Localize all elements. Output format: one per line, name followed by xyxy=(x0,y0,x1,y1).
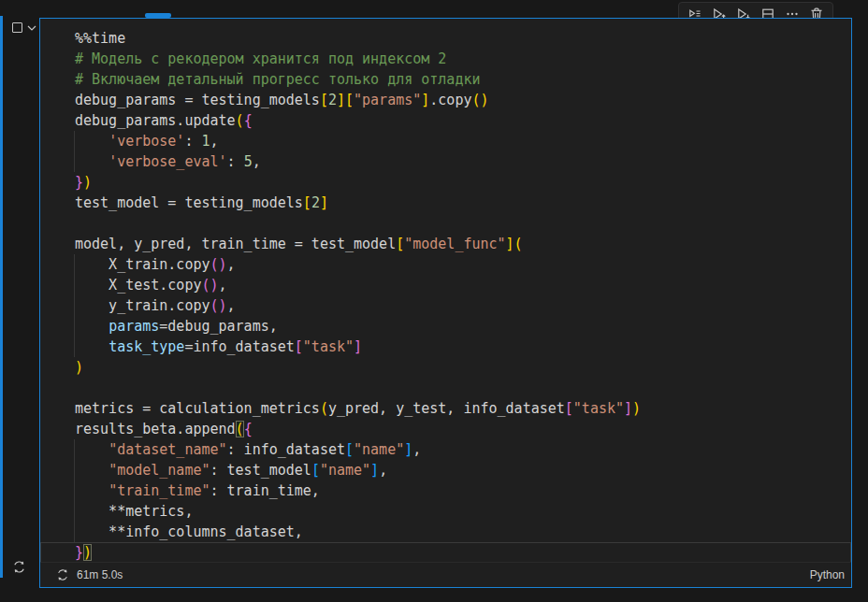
code-line[interactable]: test_model = testing_models[2] xyxy=(40,193,851,213)
code-line[interactable] xyxy=(40,378,851,398)
indent-guide xyxy=(74,460,75,480)
code-token: ) xyxy=(75,359,83,376)
code-token: [ xyxy=(565,400,573,417)
indent-guide xyxy=(74,522,75,542)
code-token: 5 xyxy=(244,153,253,170)
code-token: [ xyxy=(311,462,320,479)
code-token: X_train.copy xyxy=(75,256,210,273)
code-token: ) xyxy=(481,92,489,108)
code-token: .copy xyxy=(429,92,471,108)
code-token xyxy=(75,462,108,479)
indent-guide xyxy=(74,275,75,295)
code-token: , xyxy=(227,297,236,314)
code-token: metrics = calculation_metrics xyxy=(75,400,320,417)
code-token: 'verbose' xyxy=(108,133,184,150)
code-line[interactable]: model, y_pred, train_time = test_model["… xyxy=(40,234,851,254)
code-token: [ xyxy=(345,92,354,108)
code-line[interactable]: debug_params.update({ xyxy=(40,110,851,131)
code-line[interactable]: task_type=info_dataset["task"] xyxy=(40,337,851,357)
code-token: ( xyxy=(210,297,219,314)
code-line[interactable]: X_test.copy(), xyxy=(40,275,851,295)
indent-guide xyxy=(74,439,75,460)
code-token: ( xyxy=(236,421,244,437)
code-token: %%time xyxy=(75,30,125,47)
indent-guide xyxy=(74,295,75,316)
code-line[interactable]: X_train.copy(), xyxy=(40,254,851,275)
code-line[interactable]: "model_name": test_model["name"], xyxy=(40,460,851,480)
code-token xyxy=(75,318,108,335)
execution-time: 61m 5.0s xyxy=(77,568,123,581)
code-token: params xyxy=(108,318,159,335)
code-token: , xyxy=(412,441,421,458)
code-token: results_beta.append xyxy=(75,421,236,437)
code-line[interactable]: results_beta.append({ xyxy=(40,419,851,439)
code-line[interactable]: **info_columns_dataset, xyxy=(40,522,851,542)
code-line[interactable]: # Включаем детальный прогресс только для… xyxy=(40,69,851,90)
cell-editor[interactable]: %%time# Модель с рекодером хранится под … xyxy=(39,18,852,588)
code-line[interactable] xyxy=(40,213,851,234)
code-token: model, y_pred, train_time = test_model xyxy=(75,236,396,252)
code-token: ) xyxy=(632,400,641,417)
code-line[interactable]: "dataset_name": info_dataset["name"], xyxy=(40,439,851,460)
code-token: # Модель с рекодером хранится под индекс… xyxy=(75,50,446,67)
code-line[interactable]: }) xyxy=(40,542,851,563)
code-token: 1 xyxy=(201,133,210,150)
code-token: ) xyxy=(210,277,219,294)
code-token: "model_name" xyxy=(108,462,210,479)
code-token: **info_columns_dataset, xyxy=(75,523,303,540)
code-token: 2 xyxy=(311,194,320,211)
code-token: [ xyxy=(320,92,328,108)
code-token: ] xyxy=(354,338,362,355)
code-token: [ xyxy=(295,338,303,355)
code-line[interactable]: debug_params = testing_models[2]["params… xyxy=(40,90,851,110)
code-token: # Включаем детальный прогресс только для… xyxy=(75,71,480,88)
code-line[interactable]: %%time xyxy=(40,28,851,49)
code-token: "model_func" xyxy=(404,236,505,252)
code-token: } xyxy=(75,174,83,191)
code-token: } xyxy=(75,544,83,561)
code-token: test_model = testing_models xyxy=(75,194,303,211)
code-area[interactable]: %%time# Модель с рекодером хранится под … xyxy=(40,28,851,563)
code-line[interactable]: # Модель с рекодером хранится под индекс… xyxy=(40,49,851,69)
code-line[interactable]: "train_time": train_time, xyxy=(40,480,851,501)
code-line[interactable]: 'verbose': 1, xyxy=(40,131,851,151)
code-line[interactable]: **metrics, xyxy=(40,501,851,522)
cell-status-bar: 61m 5.0s Python xyxy=(40,562,851,587)
code-token: ) xyxy=(219,297,227,314)
code-line[interactable]: 'verbose_eval': 5, xyxy=(40,151,851,172)
code-token: ] xyxy=(506,236,514,252)
code-line[interactable]: ) xyxy=(40,357,851,378)
code-line[interactable]: params=debug_params, xyxy=(40,316,851,337)
code-token: ( xyxy=(514,236,523,252)
code-token: : test_model xyxy=(210,462,311,479)
indent-guide xyxy=(74,316,75,337)
code-token: ] xyxy=(624,400,632,417)
code-token: { xyxy=(244,112,253,129)
code-token: ] xyxy=(320,194,328,211)
code-token: ( xyxy=(320,400,328,417)
stop-execution-button[interactable] xyxy=(12,22,22,33)
execution-status: 61m 5.0s xyxy=(56,568,123,581)
code-token: , xyxy=(253,153,261,170)
code-line[interactable]: metrics = calculation_metrics(y_pred, y_… xyxy=(40,398,851,419)
code-token: : train_time, xyxy=(210,482,320,499)
indent-guide xyxy=(74,337,75,357)
code-token: ] xyxy=(421,92,429,108)
code-token: y_pred, y_test, info_dataset xyxy=(328,400,565,417)
code-token: debug_params.update xyxy=(75,112,236,129)
language-picker[interactable]: Python xyxy=(810,568,845,581)
code-token: X_test.copy xyxy=(75,277,201,294)
code-token: [ xyxy=(396,236,404,252)
indent-guide xyxy=(74,151,75,172)
notebook-cell: %%time# Модель с рекодером хранится под … xyxy=(0,0,868,602)
code-token: **metrics, xyxy=(75,503,193,520)
chevron-down-icon[interactable] xyxy=(26,23,37,33)
code-line[interactable]: y_train.copy(), xyxy=(40,295,851,316)
code-token: 2 xyxy=(328,92,337,108)
code-token: ( xyxy=(471,92,480,108)
code-line[interactable]: }) xyxy=(40,172,851,193)
code-token xyxy=(75,441,108,458)
code-token: ] xyxy=(370,462,379,479)
code-token: ] xyxy=(404,441,412,458)
code-token: =debug_params, xyxy=(159,318,277,335)
